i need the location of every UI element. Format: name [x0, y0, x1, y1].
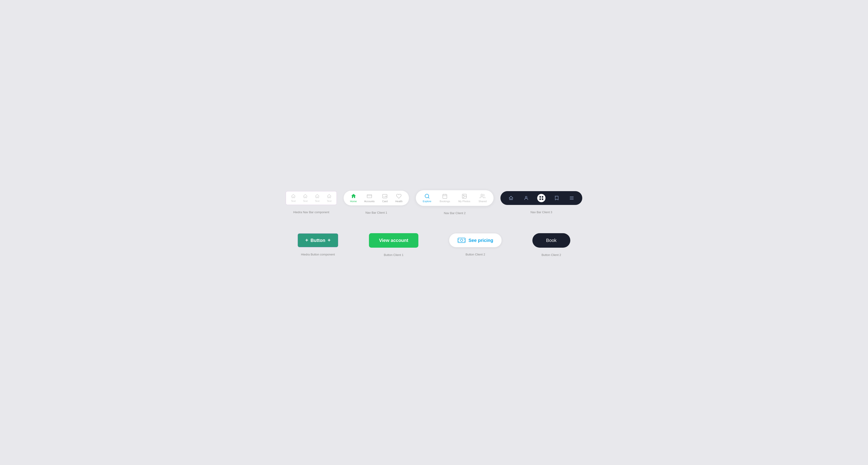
nav2-bookings-label: Bookings	[439, 200, 450, 203]
btn-client2-wrapper: See pricing Button Client 2	[449, 233, 502, 256]
nav1-accounts-label: Accounts	[364, 200, 374, 203]
svg-rect-10	[542, 196, 543, 197]
svg-rect-12	[542, 198, 543, 200]
home-filled-icon	[350, 194, 356, 199]
nav3-home-icon	[508, 196, 514, 201]
hiedra-plus-left: +	[305, 237, 308, 243]
nav3-home-item[interactable]	[507, 194, 515, 202]
btn-client1-wrapper: View account Button Client 1	[369, 233, 418, 257]
hiedra-navbar: Text Text Text	[286, 191, 337, 205]
btn-client3-wrapper: Book Button Client 2	[532, 233, 570, 257]
hiedra-nav-item-2[interactable]: Text	[303, 194, 308, 202]
hiedra-button[interactable]: + Button +	[298, 233, 338, 247]
svg-rect-13	[458, 238, 465, 243]
home-icon-2	[303, 194, 308, 199]
nav1-card-item[interactable]: Card	[382, 194, 388, 203]
card-icon	[382, 194, 388, 199]
hiedra-navbar-wrapper: Text Text Text	[286, 191, 337, 214]
navbar-client2-wrapper: Explore Bookings	[416, 190, 494, 215]
btn-client3-label: Button Client 2	[541, 253, 561, 257]
main-container: Text Text Text	[273, 176, 595, 289]
svg-rect-4	[443, 194, 447, 199]
nav3-person-icon	[524, 196, 529, 201]
nav2-explore-item[interactable]: Explore	[423, 194, 431, 203]
calendar-icon	[442, 194, 448, 199]
nav3-grid-icon	[539, 196, 544, 201]
accounts-icon	[366, 194, 372, 199]
nav2-explore-label: Explore	[423, 200, 431, 203]
heart-icon	[396, 194, 402, 199]
svg-rect-0	[367, 195, 372, 198]
home-icon	[290, 194, 296, 199]
btn-client3[interactable]: Book	[532, 233, 570, 248]
svg-point-6	[463, 195, 464, 196]
navbar-client3-wrapper: Nav Bar Client 3	[500, 191, 582, 214]
hiedra-navbar-label: Hiedra Nav Bar component	[293, 210, 330, 214]
navbar-client1-wrapper: Home Accounts Car	[344, 191, 409, 214]
hiedra-nav-label-3: Text	[315, 200, 319, 202]
navbar-client1-label: Nav Bar Client 1	[366, 211, 388, 214]
btn-client2[interactable]: See pricing	[449, 233, 502, 247]
home-icon-4	[327, 194, 332, 199]
hiedra-nav-label-4: Text	[327, 200, 332, 202]
hiedra-nav-label-2: Text	[303, 200, 308, 202]
nav3-person-item[interactable]	[522, 194, 530, 202]
nav3-menu-icon	[569, 196, 574, 201]
hiedra-nav-label-1: Text	[291, 200, 296, 202]
nav2-bookings-item[interactable]: Bookings	[439, 194, 450, 203]
hiedra-nav-item-3[interactable]: Text	[314, 194, 320, 202]
nav3-bookmark-item[interactable]	[552, 194, 561, 202]
navbar-client3	[500, 191, 582, 205]
btn-client3-text: Book	[546, 238, 557, 243]
nav3-bookmark-icon	[554, 196, 559, 201]
svg-point-2	[385, 196, 386, 197]
nav2-shared-item[interactable]: Shared	[478, 194, 487, 203]
hiedra-button-text: Button	[311, 238, 325, 243]
navbar-client1: Home Accounts Car	[344, 191, 409, 205]
btn-client1-label: Button Client 1	[384, 253, 403, 257]
nav1-health-label: Health	[395, 200, 403, 203]
hiedra-plus-right: +	[328, 237, 331, 243]
hiedra-button-label: Hiedra Button component	[301, 253, 335, 256]
nav1-home-item[interactable]: Home	[350, 194, 357, 203]
nav2-photos-item[interactable]: My Photos	[458, 194, 470, 203]
navbar-client3-label: Nav Bar Client 3	[531, 210, 552, 214]
nav1-accounts-item[interactable]: Accounts	[364, 194, 374, 203]
hiedra-nav-item-1[interactable]: Text	[290, 194, 296, 202]
btn-client2-text: See pricing	[468, 238, 493, 243]
navbar-client2: Explore Bookings	[416, 190, 494, 206]
svg-point-14	[460, 239, 463, 241]
home-icon-3	[314, 194, 320, 199]
svg-rect-9	[539, 196, 541, 197]
pricing-icon	[458, 237, 466, 243]
svg-point-7	[481, 194, 483, 196]
nav1-health-item[interactable]: Health	[395, 194, 403, 203]
hiedra-nav-item-4[interactable]: Text	[327, 194, 332, 202]
svg-point-8	[525, 196, 527, 198]
navbar-client2-label: Nav Bar Client 2	[444, 211, 466, 215]
nav2-shared-label: Shared	[478, 200, 487, 203]
nav1-card-label: Card	[382, 200, 388, 203]
btn-client1-text: View account	[379, 238, 408, 243]
search-icon	[424, 194, 430, 199]
photo-icon	[461, 194, 467, 199]
nav3-grid-item[interactable]	[537, 194, 546, 202]
btn-client1[interactable]: View account	[369, 233, 418, 248]
nav3-menu-item[interactable]	[567, 194, 576, 202]
navbar-row: Text Text Text	[282, 190, 586, 215]
nav2-photos-label: My Photos	[458, 200, 470, 203]
svg-rect-11	[539, 198, 541, 200]
hiedra-button-wrapper: + Button + Hiedra Button component	[298, 233, 338, 256]
people-icon	[479, 194, 486, 199]
button-row: + Button + Hiedra Button component View …	[282, 233, 586, 257]
nav1-home-label: Home	[350, 200, 357, 203]
btn-client2-label: Button Client 2	[465, 253, 485, 256]
